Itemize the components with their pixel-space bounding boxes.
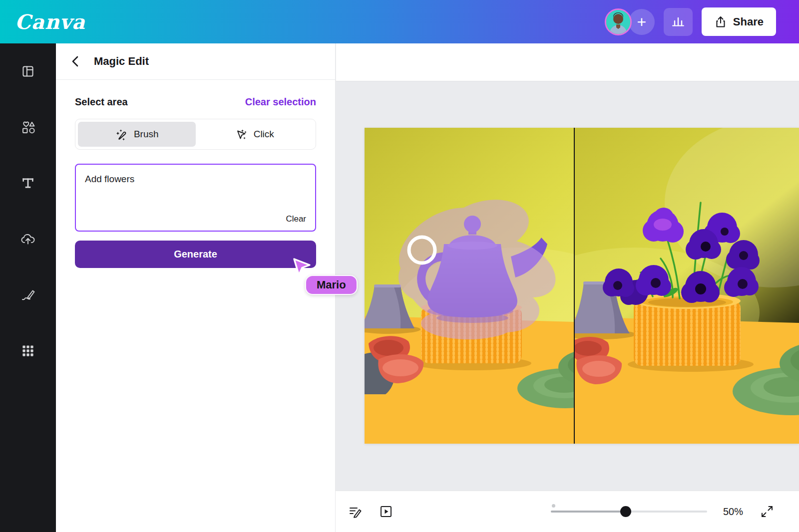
sidebar [0, 43, 56, 532]
bar-chart-icon [671, 14, 686, 29]
zoom-slider[interactable] [551, 506, 707, 517]
canvas-area: 50% [336, 43, 799, 532]
share-label: Share [733, 15, 764, 28]
sidebar-item-uploads[interactable] [14, 225, 42, 253]
text-icon [19, 175, 36, 192]
sidebar-item-draw[interactable] [14, 281, 42, 309]
bottom-bar: 50% [336, 491, 799, 532]
chevron-left-icon [70, 55, 81, 68]
notes-button[interactable] [347, 504, 363, 520]
plus-icon: + [637, 14, 647, 30]
generate-button[interactable]: Generate [75, 241, 316, 268]
elements-icon [19, 118, 37, 136]
magic-edit-panel: Magic Edit Select area Clear selection [56, 43, 336, 532]
zoom-value: 50% [723, 506, 743, 518]
canvas-toolbar-strip [336, 43, 799, 81]
prompt-input[interactable]: Add flowers Clear [75, 164, 316, 232]
design-page[interactable] [365, 128, 799, 444]
apps-icon [19, 342, 36, 359]
clear-selection-button[interactable]: Clear selection [245, 96, 316, 108]
select-area-label: Select area [75, 96, 128, 108]
insights-button[interactable] [664, 8, 693, 36]
design-image-before [365, 128, 574, 444]
sidebar-item-text[interactable] [14, 169, 42, 197]
tool-click[interactable]: Click [196, 122, 314, 147]
tool-click-label: Click [254, 129, 274, 140]
uploads-icon [19, 230, 37, 248]
design-image-after [575, 128, 799, 444]
design-icon [19, 63, 36, 80]
zoom-slider-fill [551, 511, 626, 513]
present-button[interactable] [378, 504, 394, 520]
prompt-clear-button[interactable]: Clear [286, 214, 306, 224]
expand-icon [760, 505, 774, 519]
notes-icon [347, 504, 363, 520]
share-upload-icon [714, 15, 727, 28]
topbar-actions: + [605, 7, 776, 36]
sidebar-item-apps[interactable] [14, 337, 42, 365]
canva-app: Canva + [0, 0, 799, 532]
topbar: Canva + [0, 0, 799, 43]
panel-body: Select area Clear selection [56, 80, 335, 268]
present-play-icon [378, 504, 394, 520]
sidebar-item-design[interactable] [14, 57, 42, 85]
avatar-person-icon [606, 10, 630, 34]
avatar[interactable] [605, 8, 632, 35]
magic-brush-icon [115, 128, 128, 141]
click-cursor-icon [235, 128, 248, 141]
tool-brush-label: Brush [134, 129, 159, 140]
prompt-value: Add flowers [85, 173, 306, 186]
sidebar-item-elements[interactable] [14, 113, 42, 141]
add-collaborator-button[interactable]: + [629, 9, 655, 35]
panel-header: Magic Edit [56, 43, 335, 80]
share-button[interactable]: Share [702, 7, 776, 36]
zoom-slider-marker [552, 504, 555, 508]
fullscreen-button[interactable] [760, 505, 774, 519]
canvas-workspace [336, 82, 799, 491]
selection-tool-switch: Brush Click [75, 119, 316, 150]
back-button[interactable] [70, 55, 81, 68]
zoom-slider-thumb[interactable] [620, 506, 631, 517]
canva-logo[interactable]: Canva [15, 12, 85, 32]
tool-brush[interactable]: Brush [78, 122, 196, 147]
draw-icon [19, 286, 37, 304]
panel-title: Magic Edit [94, 55, 149, 68]
